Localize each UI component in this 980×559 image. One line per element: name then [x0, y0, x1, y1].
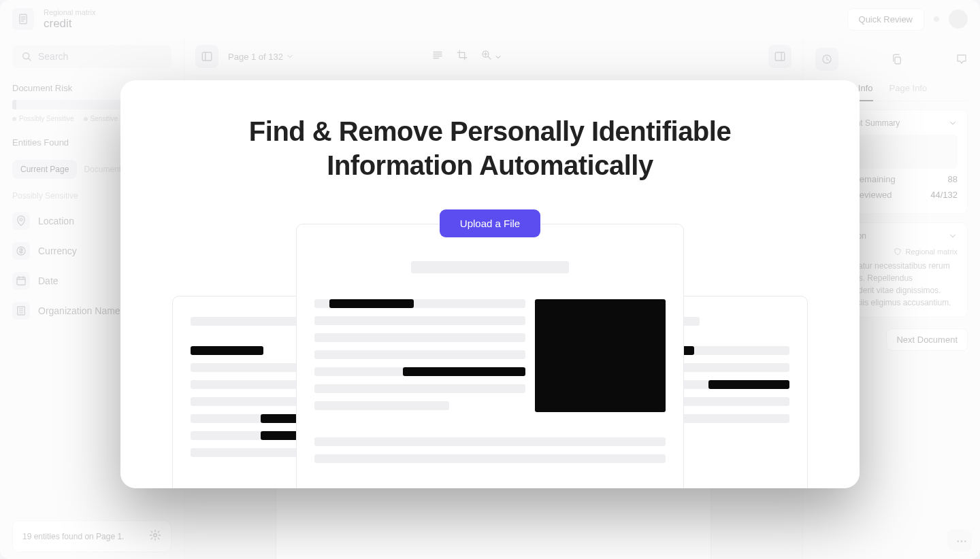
modal-title: Find & Remove Personally Identifiable In… [161, 114, 819, 182]
upload-modal: Find & Remove Personally Identifiable In… [120, 80, 860, 488]
mock-preview [161, 222, 819, 488]
upload-file-button[interactable]: Upload a File [440, 209, 540, 237]
modal-overlay: Find & Remove Personally Identifiable In… [0, 0, 980, 559]
